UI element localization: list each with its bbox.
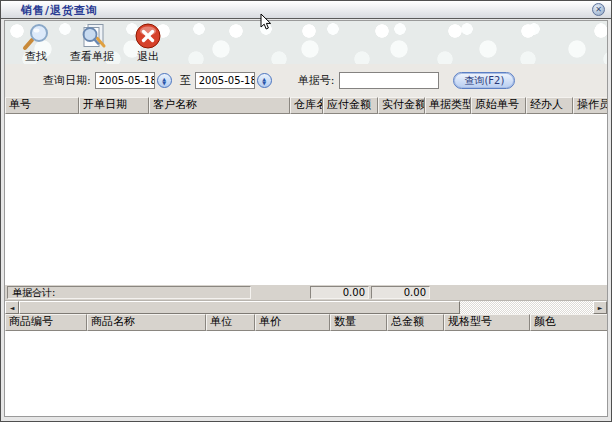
date-from-spinner[interactable]: ▲ ▼ (157, 73, 172, 88)
doc-no-input[interactable] (339, 72, 439, 89)
exit-button[interactable]: 退出 (125, 23, 171, 63)
items-table-body[interactable] (5, 331, 607, 416)
find-button-label: 查找 (25, 51, 47, 63)
query-date-label: 查询日期: (43, 73, 91, 88)
orders-table-body[interactable] (5, 114, 607, 284)
window-title: 销售/退货查询 (21, 3, 98, 18)
totals-payable-value: 0.00 (310, 286, 369, 299)
items-col-total-amount[interactable]: 总金额 (387, 314, 444, 331)
date-from-input[interactable] (95, 72, 155, 89)
query-bar: 查询日期: ▲ ▼ 至 ▲ ▼ 单据号: 查询(F2) (5, 64, 607, 97)
scrollbar-track[interactable] (460, 301, 593, 314)
client-area: 查找 查看单据 退出 (4, 20, 608, 417)
scrollbar-thumb[interactable] (19, 301, 460, 314)
orders-col-doc-type[interactable]: 单据类型 (425, 97, 471, 114)
items-table-header: 商品编号 商品名称 单位 单价 数量 总金额 规格型号 颜色 (5, 314, 607, 331)
orders-col-original-no[interactable]: 原始单号 (471, 97, 526, 114)
view-document-button-label: 查看单据 (70, 51, 114, 63)
items-col-product-name[interactable]: 商品名称 (87, 314, 206, 331)
orders-col-customer[interactable]: 客户名称 (149, 97, 290, 114)
orders-col-warehouse[interactable]: 仓库名称 (290, 97, 323, 114)
spinner-down-icon: ▼ (162, 81, 166, 85)
date-to-spinner[interactable]: ▲ ▼ (257, 73, 272, 88)
items-col-unit[interactable]: 单位 (206, 314, 255, 331)
horizontal-scrollbar[interactable]: ◄ ► (5, 300, 607, 314)
totals-bar: 单据合计: 0.00 0.00 (5, 284, 607, 300)
toolbar: 查找 查看单据 退出 (5, 21, 607, 64)
close-icon[interactable]: ✕ (592, 3, 605, 16)
scroll-left-icon[interactable]: ◄ (5, 301, 19, 314)
items-col-color[interactable]: 颜色 (530, 314, 607, 331)
orders-col-date[interactable]: 开单日期 (79, 97, 149, 114)
exit-red-x-icon (133, 23, 163, 51)
app-window: 销售/退货查询 ✕ 查找 查看单据 (0, 0, 612, 422)
items-col-product-code[interactable]: 商品编号 (5, 314, 87, 331)
date-to-label: 至 (180, 73, 191, 88)
view-document-button[interactable]: 查看单据 (69, 23, 115, 63)
items-col-quantity[interactable]: 数量 (330, 314, 387, 331)
orders-col-payable[interactable]: 应付金额 (323, 97, 378, 114)
date-to-input[interactable] (195, 72, 255, 89)
view-document-magnifier-icon (77, 23, 107, 51)
orders-col-paid[interactable]: 实付金额 (378, 97, 425, 114)
exit-button-label: 退出 (137, 51, 159, 63)
totals-paid-value: 0.00 (371, 286, 430, 299)
scroll-right-icon[interactable]: ► (593, 301, 607, 314)
title-bar[interactable]: 销售/退货查询 ✕ (1, 1, 611, 19)
query-button[interactable]: 查询(F2) (453, 72, 515, 89)
items-col-spec-model[interactable]: 规格型号 (444, 314, 530, 331)
find-button[interactable]: 查找 (13, 23, 59, 63)
doc-no-label: 单据号: (298, 73, 335, 88)
spinner-down-icon: ▼ (262, 81, 266, 85)
orders-table-header: 单号 开单日期 客户名称 仓库名称 应付金额 实付金额 单据类型 原始单号 经办… (5, 97, 607, 114)
totals-label: 单据合计: (7, 286, 251, 299)
items-col-unit-price[interactable]: 单价 (255, 314, 330, 331)
search-magnifier-icon (21, 23, 51, 51)
orders-col-handler[interactable]: 经办人 (526, 97, 573, 114)
orders-col-operator[interactable]: 操作员 (573, 97, 607, 114)
orders-col-order-no[interactable]: 单号 (5, 97, 79, 114)
